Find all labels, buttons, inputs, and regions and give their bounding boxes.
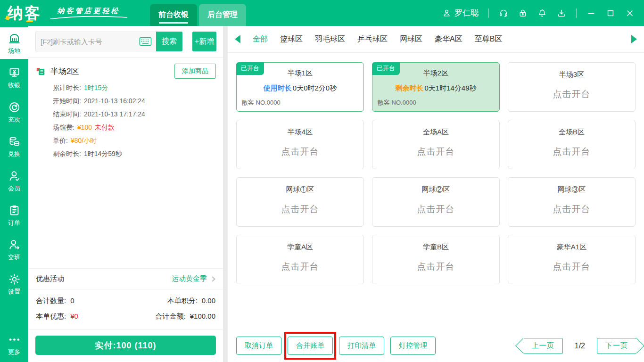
maximize-button[interactable] — [606, 8, 615, 18]
time-label: 剩余时长 — [395, 84, 423, 92]
category-strip: 全部篮球区羽毛球区乒乓球区网球区豪华A区至尊B区 — [228, 26, 644, 53]
venue-card[interactable]: 网球②区点击开台 — [372, 177, 500, 227]
pay-button[interactable]: 实付:100 (110) — [35, 336, 216, 355]
headset-icon[interactable] — [499, 8, 508, 18]
venue-card[interactable]: 网球③区点击开台 — [508, 177, 636, 227]
sidebar-item-order[interactable]: 订单 — [0, 199, 28, 231]
detail-value: 1时15分 — [84, 84, 108, 92]
detail-label: 开始时间: — [53, 97, 81, 106]
add-product-button[interactable]: 添加商品 — [174, 64, 216, 79]
venue-card-title: 全场B区 — [508, 128, 635, 137]
category-tab[interactable]: 乒乓球区 — [357, 34, 388, 44]
detail-value: 未付款 — [95, 123, 115, 132]
topbar: 纳客 纳客管店更轻松 前台收银后台管理 罗仁聪 — [0, 0, 644, 26]
slogan-underline — [49, 16, 128, 20]
venue-card[interactable]: 已开台半场2区剩余时长0天1时14分49秒散客 NO.0000 — [372, 62, 500, 112]
venue-building-icon — [35, 66, 46, 76]
minimize-button[interactable] — [586, 8, 596, 18]
sidebar-item-exchange[interactable]: 兑换 — [0, 131, 28, 162]
promo-row[interactable]: 优惠活动 运动黄金季 — [28, 268, 223, 289]
sidebar-item-label: 更多 — [8, 348, 20, 356]
footer-button-wrap: 灯控管理 — [390, 337, 436, 355]
status-badge: 已开台 — [372, 62, 400, 75]
card-number-input[interactable] — [36, 38, 139, 46]
order-totals: 合计数量:0 本单积分:0.00 本单优惠:¥0 合计金额:¥100.00 — [28, 289, 223, 329]
venue-card[interactable]: 豪华A1区点击开台 — [508, 235, 636, 284]
venue-card[interactable]: 全场A区点击开台 — [372, 120, 500, 169]
venue-card-title: 网球②区 — [372, 185, 499, 194]
detail-label: 场馆费: — [53, 123, 74, 132]
time-label: 使用时长 — [264, 84, 292, 92]
order-detail-rows: 累计时长:1时15分开始时间:2021-10-13 16:02:24结束时间:2… — [35, 82, 216, 161]
light-control-button[interactable]: 灯控管理 — [390, 337, 436, 355]
detail-value: 2021-10-13 16:02:24 — [84, 97, 145, 105]
bell-icon[interactable] — [537, 8, 547, 18]
top-tab-frontdesk[interactable]: 前台收银 — [150, 4, 197, 26]
venue-card-time: 使用时长0天0时2分0秒 — [237, 84, 363, 93]
member-icon — [8, 170, 21, 182]
sidebar-item-more[interactable]: 更多 — [0, 329, 28, 360]
venue-card-time: 剩余时长0天1时14分49秒 — [372, 84, 499, 93]
keyboard-icon[interactable] — [139, 37, 152, 46]
lock-icon[interactable] — [518, 8, 528, 18]
exchange-icon — [8, 135, 21, 148]
category-tab[interactable]: 篮球区 — [280, 34, 303, 44]
venue-card[interactable]: 学童A区点击开台 — [236, 235, 364, 284]
cancel-order-button[interactable]: 取消订单 — [236, 337, 281, 355]
venue-card-title: 网球③区 — [508, 185, 635, 194]
search-button[interactable]: 搜索 — [156, 32, 182, 51]
top-tab-backoffice[interactable]: 后台管理 — [199, 4, 246, 26]
sidebar-item-label: 会员 — [8, 184, 20, 193]
sidebar-item-recharge[interactable]: 充次 — [0, 96, 28, 128]
print-list-button[interactable]: 打印清单 — [339, 337, 384, 355]
footer-button-wrap: 合并账单 — [288, 337, 333, 355]
sidebar-item-member[interactable]: 会员 — [0, 165, 28, 197]
search-row: 搜索 +新增 — [28, 26, 223, 58]
order-detail-row: 结束时间:2021-10-13 17:17:24 — [35, 108, 216, 121]
category-tab[interactable]: 至尊B区 — [475, 34, 503, 44]
prev-page-button[interactable]: 上一页 — [523, 338, 563, 354]
time-value: 0天0时2分0秒 — [293, 84, 337, 92]
chevron-right-icon — [210, 276, 215, 281]
venue-grid-panel: 全部篮球区羽毛球区乒乓球区网球区豪华A区至尊B区 已开台半场1区使用时长0天0时… — [228, 26, 644, 362]
close-button[interactable] — [625, 8, 635, 18]
open-table-hint: 点击开台 — [508, 146, 635, 158]
venue-card[interactable]: 半场3区点击开台 — [508, 62, 636, 112]
venue-card[interactable]: 全场B区点击开台 — [508, 120, 636, 169]
venue-card[interactable]: 网球①区点击开台 — [236, 177, 364, 227]
category-tab[interactable]: 网球区 — [400, 34, 422, 44]
order-discount: 本单优惠:¥0 — [36, 312, 78, 321]
venue-card-title: 半场4区 — [237, 128, 363, 137]
detail-label: 累计时长: — [53, 84, 81, 92]
category-tab[interactable]: 全部 — [253, 34, 268, 44]
open-table-hint: 点击开台 — [372, 261, 499, 273]
venue-card[interactable]: 半场4区点击开台 — [236, 120, 364, 169]
main-footer: 取消订单合并账单打印清单灯控管理 上一页 1/2 下一页 — [236, 337, 636, 355]
venue-card[interactable]: 学童B区点击开台 — [372, 235, 500, 284]
user-chip[interactable]: 罗仁聪 — [442, 8, 479, 18]
top-tab-label: 后台管理 — [207, 10, 238, 20]
download-icon[interactable] — [557, 8, 566, 18]
user-icon — [442, 8, 451, 17]
sidebar-item-label: 充次 — [8, 115, 20, 124]
detail-value: 2021-10-13 17:17:24 — [84, 110, 145, 118]
footer-button-wrap: 取消订单 — [236, 337, 281, 355]
order-venue-title: 半场2区 — [50, 66, 79, 77]
sidebar-item-shift[interactable]: 交班 — [0, 234, 28, 265]
add-new-button[interactable]: +新增 — [192, 32, 216, 51]
merge-bill-button[interactable]: 合并账单 — [288, 337, 333, 355]
categories-next-icon[interactable] — [631, 35, 637, 43]
sidebar-item-venue[interactable]: 场地 — [0, 27, 28, 59]
category-tab[interactable]: 豪华A区 — [435, 34, 462, 44]
categories-prev-icon[interactable] — [235, 35, 240, 43]
brand-slogan: 纳客管店更轻松 — [49, 7, 128, 20]
sidebar: 场地收银充次兑换会员订单交班设置更多 — [0, 26, 28, 362]
order-icon — [8, 204, 21, 217]
sidebar-item-settings[interactable]: 设置 — [0, 268, 28, 300]
category-tab[interactable]: 羽毛球区 — [315, 34, 345, 44]
venue-card[interactable]: 已开台半场1区使用时长0天0时2分0秒散客 NO.0000 — [236, 62, 364, 112]
next-page-button[interactable]: 下一页 — [597, 338, 636, 354]
sidebar-item-cashier[interactable]: 收银 — [0, 62, 28, 93]
venue-card-title: 豪华A1区 — [508, 243, 635, 252]
settings-icon — [8, 273, 21, 286]
